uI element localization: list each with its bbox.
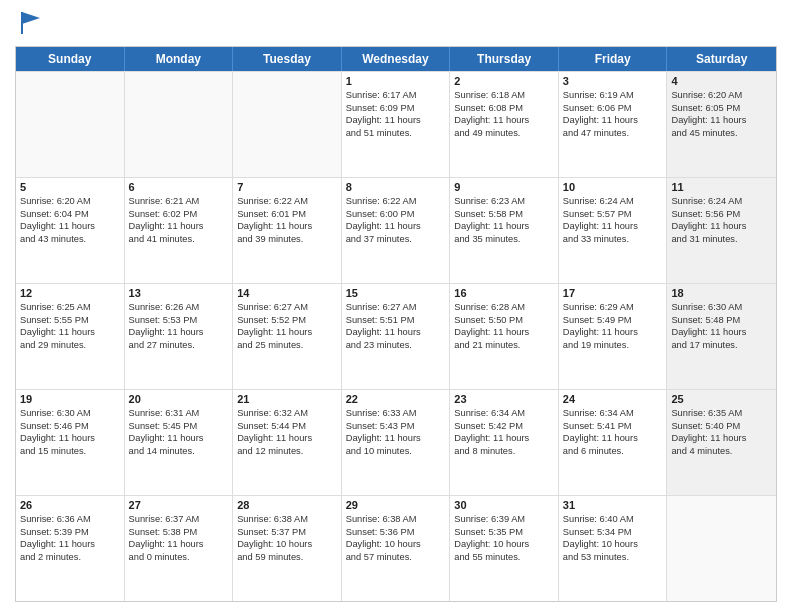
cell-line-3: and 6 minutes. xyxy=(563,445,663,458)
cell-line-1: Sunset: 5:46 PM xyxy=(20,420,120,433)
weekday-header-saturday: Saturday xyxy=(667,47,776,71)
cell-line-1: Sunset: 6:06 PM xyxy=(563,102,663,115)
day-number: 6 xyxy=(129,181,229,193)
cell-line-0: Sunrise: 6:18 AM xyxy=(454,89,554,102)
cell-line-0: Sunrise: 6:25 AM xyxy=(20,301,120,314)
cell-line-3: and 51 minutes. xyxy=(346,127,446,140)
day-number: 15 xyxy=(346,287,446,299)
cell-line-0: Sunrise: 6:24 AM xyxy=(671,195,772,208)
cell-line-0: Sunrise: 6:33 AM xyxy=(346,407,446,420)
day-cell-4: 4Sunrise: 6:20 AMSunset: 6:05 PMDaylight… xyxy=(667,72,776,177)
cell-line-2: Daylight: 10 hours xyxy=(454,538,554,551)
cell-line-1: Sunset: 5:37 PM xyxy=(237,526,337,539)
cell-line-3: and 27 minutes. xyxy=(129,339,229,352)
svg-marker-0 xyxy=(22,12,40,24)
cell-line-0: Sunrise: 6:27 AM xyxy=(346,301,446,314)
cell-line-3: and 8 minutes. xyxy=(454,445,554,458)
day-cell-9: 9Sunrise: 6:23 AMSunset: 5:58 PMDaylight… xyxy=(450,178,559,283)
cell-line-2: Daylight: 11 hours xyxy=(20,326,120,339)
cell-line-0: Sunrise: 6:35 AM xyxy=(671,407,772,420)
cell-line-0: Sunrise: 6:20 AM xyxy=(20,195,120,208)
cell-line-0: Sunrise: 6:26 AM xyxy=(129,301,229,314)
cell-line-1: Sunset: 6:00 PM xyxy=(346,208,446,221)
weekday-header-monday: Monday xyxy=(125,47,234,71)
cell-line-0: Sunrise: 6:24 AM xyxy=(563,195,663,208)
cell-line-1: Sunset: 5:50 PM xyxy=(454,314,554,327)
day-cell-2: 2Sunrise: 6:18 AMSunset: 6:08 PMDaylight… xyxy=(450,72,559,177)
day-cell-5: 5Sunrise: 6:20 AMSunset: 6:04 PMDaylight… xyxy=(16,178,125,283)
cell-line-1: Sunset: 5:40 PM xyxy=(671,420,772,433)
calendar-row-3: 12Sunrise: 6:25 AMSunset: 5:55 PMDayligh… xyxy=(16,283,776,389)
cell-line-0: Sunrise: 6:21 AM xyxy=(129,195,229,208)
day-cell-29: 29Sunrise: 6:38 AMSunset: 5:36 PMDayligh… xyxy=(342,496,451,601)
weekday-header-friday: Friday xyxy=(559,47,668,71)
day-number: 8 xyxy=(346,181,446,193)
day-cell-30: 30Sunrise: 6:39 AMSunset: 5:35 PMDayligh… xyxy=(450,496,559,601)
cell-line-3: and 57 minutes. xyxy=(346,551,446,564)
day-cell-21: 21Sunrise: 6:32 AMSunset: 5:44 PMDayligh… xyxy=(233,390,342,495)
cell-line-2: Daylight: 11 hours xyxy=(237,220,337,233)
day-number: 21 xyxy=(237,393,337,405)
day-cell-28: 28Sunrise: 6:38 AMSunset: 5:37 PMDayligh… xyxy=(233,496,342,601)
calendar-row-4: 19Sunrise: 6:30 AMSunset: 5:46 PMDayligh… xyxy=(16,389,776,495)
day-cell-20: 20Sunrise: 6:31 AMSunset: 5:45 PMDayligh… xyxy=(125,390,234,495)
cell-line-0: Sunrise: 6:34 AM xyxy=(563,407,663,420)
cell-line-2: Daylight: 11 hours xyxy=(563,432,663,445)
cell-line-3: and 53 minutes. xyxy=(563,551,663,564)
day-number: 2 xyxy=(454,75,554,87)
logo-flag-icon xyxy=(18,8,46,36)
day-cell-12: 12Sunrise: 6:25 AMSunset: 5:55 PMDayligh… xyxy=(16,284,125,389)
calendar-header: SundayMondayTuesdayWednesdayThursdayFrid… xyxy=(16,47,776,71)
cell-line-0: Sunrise: 6:34 AM xyxy=(454,407,554,420)
cell-line-1: Sunset: 5:44 PM xyxy=(237,420,337,433)
page: SundayMondayTuesdayWednesdayThursdayFrid… xyxy=(0,0,792,612)
empty-cell xyxy=(233,72,342,177)
cell-line-3: and 15 minutes. xyxy=(20,445,120,458)
day-number: 13 xyxy=(129,287,229,299)
cell-line-0: Sunrise: 6:30 AM xyxy=(20,407,120,420)
day-number: 18 xyxy=(671,287,772,299)
cell-line-3: and 55 minutes. xyxy=(454,551,554,564)
cell-line-3: and 31 minutes. xyxy=(671,233,772,246)
cell-line-1: Sunset: 5:56 PM xyxy=(671,208,772,221)
calendar: SundayMondayTuesdayWednesdayThursdayFrid… xyxy=(15,46,777,602)
day-cell-10: 10Sunrise: 6:24 AMSunset: 5:57 PMDayligh… xyxy=(559,178,668,283)
day-cell-18: 18Sunrise: 6:30 AMSunset: 5:48 PMDayligh… xyxy=(667,284,776,389)
calendar-row-1: 1Sunrise: 6:17 AMSunset: 6:09 PMDaylight… xyxy=(16,71,776,177)
day-number: 31 xyxy=(563,499,663,511)
day-cell-16: 16Sunrise: 6:28 AMSunset: 5:50 PMDayligh… xyxy=(450,284,559,389)
cell-line-3: and 41 minutes. xyxy=(129,233,229,246)
cell-line-1: Sunset: 5:57 PM xyxy=(563,208,663,221)
cell-line-1: Sunset: 5:53 PM xyxy=(129,314,229,327)
day-cell-13: 13Sunrise: 6:26 AMSunset: 5:53 PMDayligh… xyxy=(125,284,234,389)
day-cell-6: 6Sunrise: 6:21 AMSunset: 6:02 PMDaylight… xyxy=(125,178,234,283)
cell-line-1: Sunset: 5:38 PM xyxy=(129,526,229,539)
cell-line-0: Sunrise: 6:20 AM xyxy=(671,89,772,102)
cell-line-2: Daylight: 11 hours xyxy=(563,114,663,127)
cell-line-3: and 0 minutes. xyxy=(129,551,229,564)
day-cell-31: 31Sunrise: 6:40 AMSunset: 5:34 PMDayligh… xyxy=(559,496,668,601)
calendar-row-2: 5Sunrise: 6:20 AMSunset: 6:04 PMDaylight… xyxy=(16,177,776,283)
cell-line-2: Daylight: 11 hours xyxy=(671,220,772,233)
empty-cell xyxy=(667,496,776,601)
day-cell-22: 22Sunrise: 6:33 AMSunset: 5:43 PMDayligh… xyxy=(342,390,451,495)
weekday-header-wednesday: Wednesday xyxy=(342,47,451,71)
cell-line-2: Daylight: 11 hours xyxy=(237,432,337,445)
cell-line-2: Daylight: 10 hours xyxy=(237,538,337,551)
svg-rect-1 xyxy=(21,12,23,34)
cell-line-1: Sunset: 5:49 PM xyxy=(563,314,663,327)
cell-line-0: Sunrise: 6:22 AM xyxy=(346,195,446,208)
logo xyxy=(15,10,46,38)
cell-line-0: Sunrise: 6:37 AM xyxy=(129,513,229,526)
cell-line-3: and 25 minutes. xyxy=(237,339,337,352)
cell-line-1: Sunset: 5:42 PM xyxy=(454,420,554,433)
cell-line-3: and 29 minutes. xyxy=(20,339,120,352)
cell-line-2: Daylight: 10 hours xyxy=(346,538,446,551)
cell-line-1: Sunset: 6:08 PM xyxy=(454,102,554,115)
cell-line-2: Daylight: 11 hours xyxy=(237,326,337,339)
day-number: 22 xyxy=(346,393,446,405)
day-cell-17: 17Sunrise: 6:29 AMSunset: 5:49 PMDayligh… xyxy=(559,284,668,389)
cell-line-2: Daylight: 11 hours xyxy=(671,114,772,127)
header xyxy=(15,10,777,38)
cell-line-2: Daylight: 11 hours xyxy=(454,432,554,445)
